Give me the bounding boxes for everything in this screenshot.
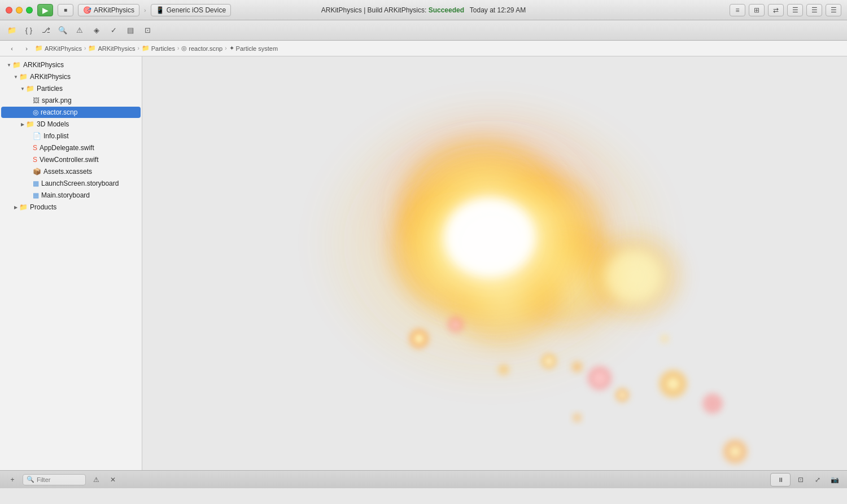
breadcrumb: ‹ › 📁 ARKitPhysics › 📁 ARKitPhysics › 📁 … <box>0 41 847 56</box>
sidebar-label-arkit: ARKitPhysics <box>30 73 71 81</box>
breadcrumb-arkit-root[interactable]: 📁 ARKitPhysics <box>35 45 82 52</box>
fullscreen-button[interactable]: ⤢ <box>811 473 824 487</box>
sidebar-item-launchscreen[interactable]: ▦ LaunchScreen.storyboard <box>1 178 141 189</box>
breadcrumb-particle-system[interactable]: ✦ Particle system <box>229 45 278 52</box>
sidebar-label-viewcontroller: ViewController.swift <box>40 156 98 164</box>
minimize-button[interactable] <box>16 7 23 14</box>
sidebar-item-info-plist[interactable]: 📄 Info.plist <box>1 130 141 142</box>
symbols-button[interactable]: { } <box>21 24 36 37</box>
breadcrumb-sep-1: › <box>84 45 86 51</box>
bottom-bar: + 🔍 ⚠ ✕ ⏸ ⊡ ⤢ 📷 <box>0 470 847 488</box>
breadcrumb-reactor-scnp[interactable]: ◎ reactor.scnp <box>181 45 222 52</box>
scnp-file-icon: ◎ <box>33 108 38 116</box>
report-button[interactable]: ▤ <box>123 24 138 37</box>
svg-point-13 <box>414 334 424 343</box>
swift-icon: S <box>33 144 37 152</box>
inspector-button[interactable]: ☰ <box>826 4 841 16</box>
breadcrumb-arkit-project[interactable]: 📁 ARKitPhysics <box>88 45 135 52</box>
git-button[interactable]: ⎇ <box>38 24 53 37</box>
storyboard-icon: ▦ <box>33 191 39 199</box>
sidebar-item-particles-folder[interactable]: ▼ 📁 Particles <box>1 83 141 94</box>
back-forward-nav[interactable]: ⇄ <box>768 4 784 16</box>
svg-point-28 <box>452 321 459 328</box>
navigator-button[interactable]: ☰ <box>787 4 803 16</box>
sidebar-label-launchscreen: LaunchScreen.storyboard <box>41 179 119 187</box>
sidebar-label-root: ARKitPhysics <box>23 61 64 69</box>
aspect-ratio-button[interactable]: ⊡ <box>794 473 807 487</box>
sidebar-item-assets[interactable]: 📦 Assets.xcassets <box>1 166 141 177</box>
png-file-icon: 🖼 <box>33 97 40 104</box>
bottom-right-controls: ⏸ ⊡ ⤢ 📷 <box>770 473 841 487</box>
swift-icon: S <box>33 156 37 164</box>
sidebar-item-3d-models[interactable]: ▶ 📁 3D Models <box>1 119 141 130</box>
divider: › <box>144 7 146 14</box>
device-icon: 📱 <box>156 6 164 14</box>
folder-icon: 📁 <box>88 45 96 52</box>
sidebar-label-assets: Assets.xcassets <box>43 168 92 176</box>
sidebar-item-products[interactable]: ▶ 📁 Products <box>1 201 141 213</box>
breadcrumb-sep-4: › <box>225 45 226 51</box>
file-navigator: ▼ 📁 ARKitPhysics ▼ 📁 ARKitPhysics ▼ 📁 Pa… <box>0 56 142 470</box>
svg-point-9 <box>444 198 535 277</box>
breadcrumb-label-2: ARKitPhysics <box>98 45 135 52</box>
sidebar-item-arkit-folder[interactable]: ▼ 📁 ARKitPhysics <box>1 71 141 82</box>
stop-button[interactable]: ■ <box>58 4 73 16</box>
sidebar-item-root-group[interactable]: ▼ 📁 ARKitPhysics <box>1 59 141 71</box>
editor-standard-button[interactable]: ≡ <box>730 4 745 16</box>
plist-icon: 📄 <box>33 132 41 140</box>
svg-point-18 <box>594 372 605 384</box>
scnp-icon: ◎ <box>181 45 187 52</box>
sidebar-label-infoplist: Info.plist <box>43 132 69 140</box>
add-file-button[interactable]: + <box>6 473 19 487</box>
close-button[interactable] <box>6 7 12 14</box>
folder-toggle-button[interactable]: 📁 <box>5 24 19 37</box>
arrow-icon: ▶ <box>12 205 19 210</box>
svg-point-15 <box>545 358 552 365</box>
folder-icon: 📁 <box>12 61 21 69</box>
breadcrumb-particles[interactable]: 📁 Particles <box>142 45 175 52</box>
svg-point-26 <box>498 364 509 375</box>
pause-icon: ⏸ <box>778 476 784 483</box>
svg-point-22 <box>667 378 679 389</box>
svg-point-20 <box>619 392 625 398</box>
debug-button[interactable]: ☰ <box>806 4 822 16</box>
maximize-button[interactable] <box>26 7 33 14</box>
play-pause-button[interactable]: ⏸ <box>770 473 791 487</box>
sidebar-item-appdelegate[interactable]: S AppDelegate.swift <box>1 142 141 154</box>
arrow-icon: ▼ <box>12 74 19 80</box>
test-button[interactable]: ✓ <box>106 24 121 37</box>
sidebar-item-reactor-scnp[interactable]: ◎ reactor.scnp <box>1 107 141 118</box>
breadcrumb-label-5: Particle system <box>236 45 278 52</box>
warning-icon-button[interactable]: ⚠ <box>89 473 103 487</box>
storyboard-icon: ▦ <box>33 179 39 187</box>
arrow-icon: ▶ <box>19 122 26 127</box>
device-selector[interactable]: 📱 Generic iOS Device <box>151 4 231 16</box>
build-status: ARKitPhysics | Build ARKitPhysics: Succe… <box>321 6 526 14</box>
svg-point-29 <box>702 393 723 414</box>
sidebar-item-main-storyboard[interactable]: ▦ Main.storyboard <box>1 190 141 201</box>
svg-point-24 <box>730 446 740 457</box>
sidebar-label-3dmodels: 3D Models <box>37 120 69 128</box>
filter-input[interactable] <box>37 476 82 483</box>
breadcrumb-back-button[interactable]: ‹ <box>6 43 18 54</box>
folder-icon: 📁 <box>142 45 150 52</box>
sidebar-item-spark-png[interactable]: 🖼 spark.png <box>1 95 141 106</box>
sidebar-label-particles: Particles <box>37 85 63 93</box>
scheme-selector[interactable]: 🎯 ARKitPhysics <box>78 4 139 16</box>
memory-button[interactable]: ⊡ <box>140 24 155 37</box>
build-text: ARKitPhysics | Build ARKitPhysics: Succe… <box>321 6 526 14</box>
breadcrumb-forward-button[interactable]: › <box>20 43 33 54</box>
scheme-name: ARKitPhysics <box>94 6 134 14</box>
search-button[interactable]: 🔍 <box>55 24 70 37</box>
run-button[interactable]: ▶ <box>37 4 53 16</box>
breadcrumb-label-4: reactor.scnp <box>189 45 222 52</box>
warning-button[interactable]: ⚠ <box>72 24 87 37</box>
editor-split-button[interactable]: ⊞ <box>749 4 765 16</box>
sidebar-item-viewcontroller[interactable]: S ViewController.swift <box>1 154 141 165</box>
camera-button[interactable]: 📷 <box>828 473 841 487</box>
breadcrumb-label-1: ARKitPhysics <box>45 45 82 52</box>
bottom-left-controls: + 🔍 ⚠ ✕ <box>6 473 120 487</box>
particle-system-icon: ✦ <box>229 45 234 52</box>
error-icon-button[interactable]: ✕ <box>106 473 120 487</box>
breakpoints-button[interactable]: ◈ <box>89 24 104 37</box>
